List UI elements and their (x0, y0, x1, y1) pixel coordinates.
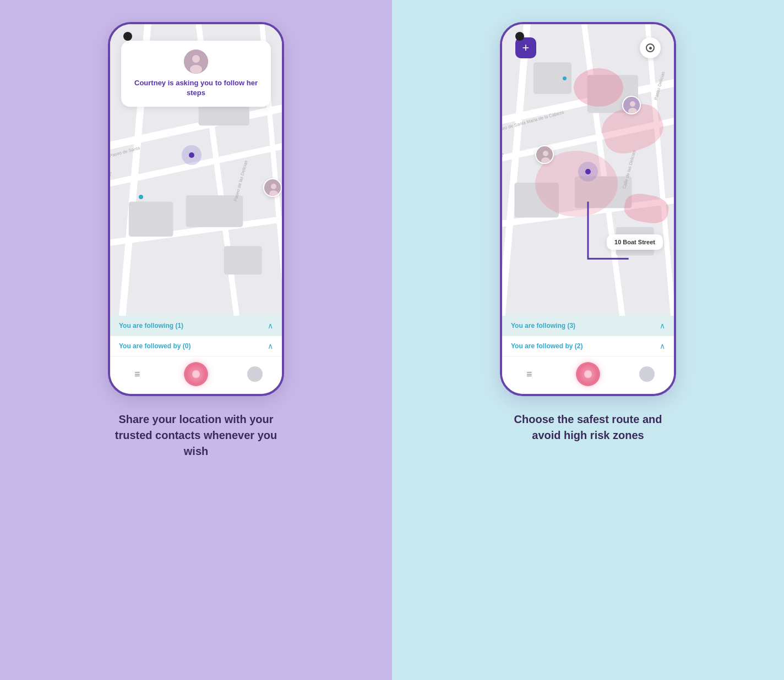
svg-point-20 (271, 184, 276, 189)
nav-bar-left: ≡ (110, 357, 282, 394)
chevron-up-2: ∧ (268, 342, 273, 350)
right-map: Paseo de Santa Maria de la Cabeza Calle … (502, 24, 674, 316)
right-panel: Paseo de Santa Maria de la Cabeza Calle … (392, 0, 784, 680)
right-phone: Paseo de Santa Maria de la Cabeza Calle … (500, 22, 676, 396)
left-caption: Share your location with your trusted co… (113, 412, 279, 459)
chevron-up-right-2: ∧ (660, 342, 665, 350)
notification-text: Courtney is asking you to follow her ste… (130, 78, 262, 98)
left-map: Paseo de Santa Calle de Embajadores Pase… (110, 24, 282, 316)
avatar (184, 50, 208, 74)
followed-label-right-1: You are followed by (2) (511, 342, 582, 350)
map-avatar (263, 178, 282, 197)
nav-bar-right: ≡ (502, 357, 674, 394)
svg-point-43 (541, 157, 550, 164)
following-label-1: You are following (1) (119, 322, 183, 330)
bottom-panel: You are following (1) ∧ You are followed… (110, 316, 282, 394)
address-bubble: 10 Boat Street (607, 234, 663, 250)
map-avatar-right-1 (622, 96, 641, 114)
sos-button[interactable] (184, 362, 208, 386)
followed-row-right-1[interactable]: You are followed by (2) ∧ (502, 336, 674, 357)
svg-point-40 (628, 108, 637, 114)
menu-icon[interactable]: ≡ (129, 366, 145, 382)
location-dot (182, 145, 202, 165)
svg-point-39 (630, 101, 635, 107)
svg-rect-10 (129, 202, 173, 237)
svg-point-21 (269, 190, 278, 197)
chevron-up-right-1: ∧ (660, 321, 665, 330)
left-phone: Paseo de Santa Calle de Embajadores Pase… (108, 22, 284, 396)
svg-point-18 (190, 65, 202, 74)
chevron-up-1: ∧ (268, 321, 273, 330)
profile-nav-dot[interactable] (247, 366, 263, 382)
followed-label-1: You are followed by (0) (119, 342, 190, 350)
sos-button-right[interactable] (576, 362, 600, 386)
following-label-right-1: You are following (3) (511, 322, 575, 330)
camera-hole (123, 32, 132, 41)
svg-point-17 (192, 55, 200, 63)
following-row-right-1[interactable]: You are following (3) ∧ (502, 316, 674, 336)
location-dot-right (578, 162, 598, 182)
locate-button[interactable] (640, 37, 661, 58)
svg-rect-12 (224, 246, 262, 275)
svg-point-42 (543, 151, 548, 156)
small-dot (139, 195, 143, 199)
bottom-panel-right: You are following (3) ∧ You are followed… (502, 316, 674, 394)
profile-nav-dot-right[interactable] (639, 366, 655, 382)
left-panel: Paseo de Santa Calle de Embajadores Pase… (0, 0, 392, 680)
following-row-1[interactable]: You are following (1) ∧ (110, 316, 282, 336)
menu-icon-right[interactable]: ≡ (521, 366, 537, 382)
followed-row-1[interactable]: You are followed by (0) ∧ (110, 336, 282, 357)
map-avatar-right-2 (535, 145, 554, 164)
notification-card: Courtney is asking you to follow her ste… (121, 41, 271, 107)
right-caption: Choose the safest route and avoid high r… (505, 412, 671, 443)
camera-hole-right (515, 32, 524, 41)
